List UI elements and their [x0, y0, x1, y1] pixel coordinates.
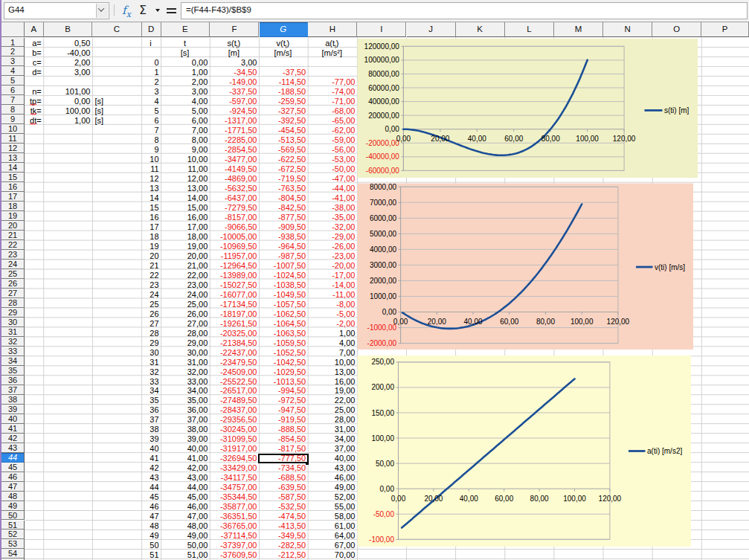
y-tick-label: 200,00: [371, 383, 394, 391]
y-tick-label: 150,00: [371, 409, 394, 417]
spreadsheet-app: G44 fx Σ =(F44-F43)/$B$9 ABCDEFGHIJKLMNO…: [0, 0, 749, 560]
y-tick-label: 50,00: [376, 460, 394, 468]
x-tick-label: 120,00: [599, 495, 622, 503]
x-tick-label: 40,00: [460, 495, 478, 503]
x-tick-label: 20,00: [424, 495, 443, 503]
x-tick-label: 60,00: [495, 495, 513, 503]
chart-acceleration[interactable]: -100,00-50,000,0050,00100,00150,00200,00…: [0, 0, 749, 560]
legend-label: a(ti) [m/s2]: [647, 447, 682, 455]
window-edge: [0, 0, 1, 560]
y-tick-label: -50,00: [373, 510, 395, 518]
x-tick-label: 100,00: [563, 495, 586, 503]
y-tick-label: 0,00: [380, 485, 395, 493]
selected-cell-outline[interactable]: [258, 454, 309, 464]
x-tick-label: 80,00: [530, 495, 549, 503]
x-tick-label: 0,00: [391, 495, 406, 503]
y-tick-label: 250,00: [371, 358, 394, 366]
y-tick-label: 100,00: [371, 434, 394, 442]
y-tick-label: -100,00: [369, 535, 394, 544]
